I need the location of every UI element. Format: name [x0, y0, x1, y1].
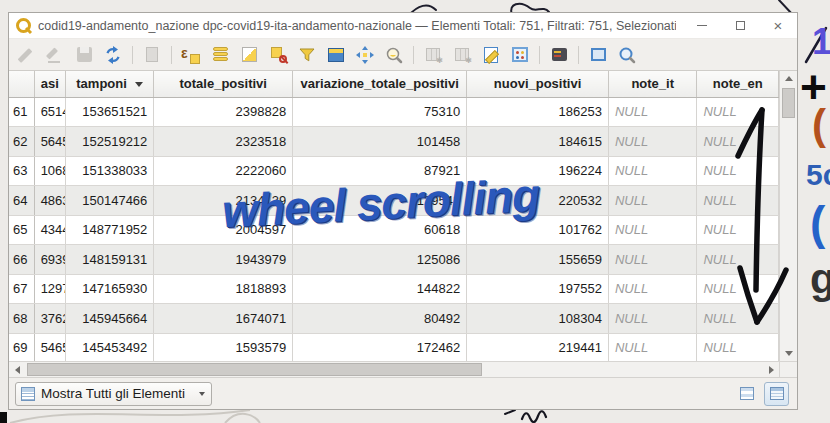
vertical-scroll-thumb[interactable]: [782, 88, 795, 118]
row-number[interactable]: 65: [9, 215, 34, 245]
cell[interactable]: NULL: [608, 127, 697, 157]
column-header-totale-positivi[interactable]: totale_positivi: [154, 71, 293, 97]
column-header-note-en[interactable]: note_en: [697, 71, 779, 97]
show-all-features-button[interactable]: Mostra Tutti gli Elementi: [15, 382, 212, 406]
cell[interactable]: 6939: [34, 245, 65, 275]
cell[interactable]: NULL: [697, 97, 779, 127]
cell[interactable]: NULL: [697, 333, 779, 361]
cell[interactable]: 1943979: [154, 245, 293, 275]
column-header-nuovi-positivi[interactable]: nuovi_positivi: [467, 71, 609, 97]
table-row[interactable]: 67 1297 147165930 1818893 144822 197552 …: [9, 274, 779, 304]
paste-features-icon[interactable]: [141, 44, 163, 66]
cell[interactable]: NULL: [697, 156, 779, 186]
row-number[interactable]: 66: [9, 245, 34, 275]
cell[interactable]: 80492: [293, 304, 467, 334]
cell[interactable]: NULL: [697, 127, 779, 157]
cell[interactable]: 2004597: [154, 215, 293, 245]
reload-table-icon[interactable]: [102, 44, 124, 66]
cell[interactable]: 147165930: [65, 274, 154, 304]
scroll-up-icon[interactable]: [781, 71, 797, 86]
table-row[interactable]: 64 4863 150147466 2134139 129542 220532 …: [9, 186, 779, 216]
cell[interactable]: 1593579: [154, 333, 293, 361]
row-number[interactable]: 62: [9, 127, 34, 157]
pan-to-selection-icon[interactable]: [354, 44, 376, 66]
cell[interactable]: NULL: [608, 186, 697, 216]
horizontal-scrollbar[interactable]: [9, 361, 779, 377]
cell[interactable]: 2222060: [154, 156, 293, 186]
cell[interactable]: 1674071: [154, 304, 293, 334]
cell[interactable]: 153651521: [65, 97, 154, 127]
cell[interactable]: 1818893: [154, 274, 293, 304]
cell[interactable]: 196224: [467, 156, 609, 186]
column-header-variazione[interactable]: variazione_totale_positivi: [293, 71, 467, 97]
dock-table-icon[interactable]: [587, 44, 609, 66]
table-row[interactable]: 66 6939 148159131 1943979 125086 155659 …: [9, 245, 779, 275]
invert-selection-icon[interactable]: [238, 44, 260, 66]
edit-expression-icon[interactable]: [480, 44, 502, 66]
cell[interactable]: 219441: [467, 333, 609, 361]
scroll-left-icon[interactable]: [9, 362, 25, 377]
actions-icon[interactable]: [616, 44, 638, 66]
cell[interactable]: 108304: [467, 304, 609, 334]
cell[interactable]: 4344: [34, 215, 65, 245]
cell[interactable]: NULL: [608, 156, 697, 186]
cell[interactable]: NULL: [697, 186, 779, 216]
multiedit-icon[interactable]: [44, 44, 66, 66]
cell[interactable]: 184615: [467, 127, 609, 157]
filter-select-icon[interactable]: [296, 44, 318, 66]
column-header-note-it[interactable]: note_it: [608, 71, 697, 97]
cell[interactable]: 152519212: [65, 127, 154, 157]
cell[interactable]: NULL: [697, 215, 779, 245]
table-row[interactable]: 69 5465 145453492 1593579 172462 219441 …: [9, 333, 779, 361]
row-number[interactable]: 61: [9, 97, 34, 127]
conditional-formatting-icon[interactable]: [548, 44, 570, 66]
move-selection-top-icon[interactable]: [325, 44, 347, 66]
cell[interactable]: 5465: [34, 333, 65, 361]
row-number[interactable]: 68: [9, 304, 34, 334]
row-number[interactable]: 63: [9, 156, 34, 186]
cell[interactable]: 186253: [467, 97, 609, 127]
corner-header[interactable]: [9, 71, 34, 97]
cell[interactable]: 150147466: [65, 186, 154, 216]
cell[interactable]: 125086: [293, 245, 467, 275]
cell[interactable]: 148159131: [65, 245, 154, 275]
cell[interactable]: 75310: [293, 97, 467, 127]
cell[interactable]: 172462: [293, 333, 467, 361]
column-header-tamponi[interactable]: tamponi: [65, 71, 154, 97]
table-row[interactable]: 65 4344 148771952 2004597 60618 101762 N…: [9, 215, 779, 245]
save-edits-icon[interactable]: [73, 44, 95, 66]
table-row[interactable]: 62 5645 152519212 2323518 101458 184615 …: [9, 127, 779, 157]
cell[interactable]: NULL: [697, 274, 779, 304]
table-view-button[interactable]: [764, 382, 789, 406]
horizontal-scroll-thumb[interactable]: [27, 363, 482, 376]
cell[interactable]: NULL: [608, 215, 697, 245]
cell[interactable]: NULL: [608, 304, 697, 334]
deselect-all-icon[interactable]: [267, 44, 289, 66]
field-calculator-icon[interactable]: [509, 44, 531, 66]
column-header-casi[interactable]: asi: [34, 71, 65, 97]
select-all-icon[interactable]: [209, 44, 231, 66]
cell[interactable]: 2323518: [154, 127, 293, 157]
cell[interactable]: 151338033: [65, 156, 154, 186]
cell[interactable]: 1068: [34, 156, 65, 186]
table-row[interactable]: 68 3762 145945664 1674071 80492 108304 N…: [9, 304, 779, 334]
cell[interactable]: 145945664: [65, 304, 154, 334]
cell[interactable]: 220532: [467, 186, 609, 216]
vertical-scrollbar[interactable]: [779, 71, 797, 361]
toggle-edit-icon[interactable]: [15, 44, 37, 66]
cell[interactable]: 129542: [293, 186, 467, 216]
cell[interactable]: NULL: [697, 304, 779, 334]
cell[interactable]: 3762: [34, 304, 65, 334]
title-bar[interactable]: codid19-andamento_nazione dpc-covid19-it…: [9, 13, 797, 39]
maximize-button[interactable]: [721, 13, 759, 38]
cell[interactable]: 60618: [293, 215, 467, 245]
form-view-button[interactable]: [734, 382, 759, 406]
cell[interactable]: NULL: [608, 245, 697, 275]
scroll-right-icon[interactable]: [763, 362, 779, 377]
table-row[interactable]: 61 6514 153651521 2398828 75310 186253 N…: [9, 97, 779, 127]
new-field-icon[interactable]: [422, 44, 444, 66]
cell[interactable]: NULL: [608, 333, 697, 361]
table-row[interactable]: 63 1068 151338033 2222060 87921 196224 N…: [9, 156, 779, 186]
cell[interactable]: 6514: [34, 97, 65, 127]
scroll-down-icon[interactable]: [781, 346, 797, 361]
